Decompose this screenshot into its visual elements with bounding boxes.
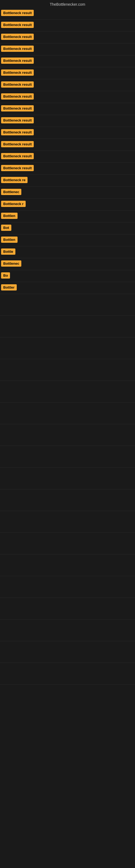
list-item: Bottleneck result bbox=[0, 67, 135, 79]
empty-row bbox=[0, 489, 135, 511]
bottleneck-result-badge[interactable]: Bottleneck result bbox=[1, 34, 34, 40]
empty-row bbox=[0, 533, 135, 554]
bottleneck-result-badge[interactable]: Bottlen bbox=[1, 213, 17, 219]
bottleneck-result-badge[interactable]: Bottleneck result bbox=[1, 141, 34, 147]
bottleneck-result-badge[interactable]: Bottleneck result bbox=[1, 105, 34, 112]
empty-row bbox=[0, 598, 135, 620]
empty-row bbox=[0, 641, 135, 663]
list-item: Bottleneck result bbox=[0, 115, 135, 127]
bottleneck-result-badge[interactable]: Bottleneck result bbox=[1, 82, 34, 88]
list-item: Bottleneck result bbox=[0, 139, 135, 151]
bottleneck-result-badge[interactable]: Bottleneck r bbox=[1, 201, 26, 207]
list-item: Bo bbox=[0, 270, 135, 282]
site-title: TheBottlenecker.com bbox=[50, 2, 85, 6]
empty-row bbox=[0, 403, 135, 424]
bottleneck-result-badge[interactable]: Bot bbox=[1, 225, 11, 231]
list-item: Bottleneck re bbox=[0, 175, 135, 187]
list-item: Bottleneck result bbox=[0, 163, 135, 175]
bottleneck-result-badge[interactable]: Bottleneck result bbox=[1, 93, 34, 99]
bottleneck-result-badge[interactable]: Bottlen bbox=[1, 237, 17, 243]
bottleneck-result-badge[interactable]: Bo bbox=[1, 272, 10, 279]
list-item: Bottle bbox=[0, 246, 135, 258]
empty-row bbox=[0, 294, 135, 316]
bottleneck-result-badge[interactable]: Bottleneck result bbox=[1, 10, 34, 16]
list-item: Bottlen bbox=[0, 211, 135, 222]
empty-row bbox=[0, 446, 135, 468]
bottleneck-result-badge[interactable]: Bottler bbox=[1, 284, 17, 290]
empty-row bbox=[0, 381, 135, 403]
empty-row bbox=[0, 663, 135, 685]
rows-container: Bottleneck resultBottleneck resultBottle… bbox=[0, 8, 135, 685]
list-item: Bottleneck result bbox=[0, 55, 135, 67]
bottleneck-result-badge[interactable]: Bottleneck result bbox=[1, 69, 34, 76]
bottleneck-result-badge[interactable]: Bottleneck re bbox=[1, 177, 28, 183]
bottleneck-result-badge[interactable]: Bottlenec bbox=[1, 260, 21, 267]
list-item: Bottlenec bbox=[0, 258, 135, 270]
empty-row bbox=[0, 511, 135, 533]
bottleneck-result-badge[interactable]: Bottleneck result bbox=[1, 58, 34, 64]
bottleneck-result-badge[interactable]: Bottlenec bbox=[1, 189, 21, 195]
list-item: Bottlen bbox=[0, 235, 135, 246]
bottleneck-result-badge[interactable]: Bottle bbox=[1, 248, 15, 255]
empty-row bbox=[0, 337, 135, 359]
list-item: Bottleneck result bbox=[0, 43, 135, 55]
site-header: TheBottlenecker.com bbox=[0, 0, 135, 8]
list-item: Bottleneck result bbox=[0, 151, 135, 163]
list-item: Bottleneck result bbox=[0, 103, 135, 115]
empty-row bbox=[0, 316, 135, 337]
empty-row bbox=[0, 554, 135, 576]
empty-row bbox=[0, 620, 135, 641]
bottleneck-result-badge[interactable]: Bottleneck result bbox=[1, 22, 34, 28]
bottleneck-result-badge[interactable]: Bottleneck result bbox=[1, 129, 34, 135]
list-item: Bottleneck r bbox=[0, 198, 135, 211]
list-item: Bottler bbox=[0, 282, 135, 294]
list-item: Bottleneck result bbox=[0, 20, 135, 31]
list-item: Bottleneck result bbox=[0, 127, 135, 139]
list-item: Bottleneck result bbox=[0, 79, 135, 91]
list-item: Bottleneck result bbox=[0, 91, 135, 103]
empty-row bbox=[0, 359, 135, 381]
list-item: Bottleneck result bbox=[0, 8, 135, 20]
bottleneck-result-badge[interactable]: Bottleneck result bbox=[1, 165, 34, 171]
bottleneck-result-badge[interactable]: Bottleneck result bbox=[1, 45, 34, 52]
empty-row bbox=[0, 576, 135, 598]
list-item: Bottlenec bbox=[0, 187, 135, 198]
list-item: Bot bbox=[0, 222, 135, 235]
empty-row bbox=[0, 424, 135, 446]
bottleneck-result-badge[interactable]: Bottleneck result bbox=[1, 153, 34, 159]
page-wrapper: TheBottlenecker.com Bottleneck resultBot… bbox=[0, 0, 135, 685]
bottleneck-result-badge[interactable]: Bottleneck result bbox=[1, 117, 34, 123]
list-item: Bottleneck result bbox=[0, 31, 135, 43]
empty-row bbox=[0, 468, 135, 489]
